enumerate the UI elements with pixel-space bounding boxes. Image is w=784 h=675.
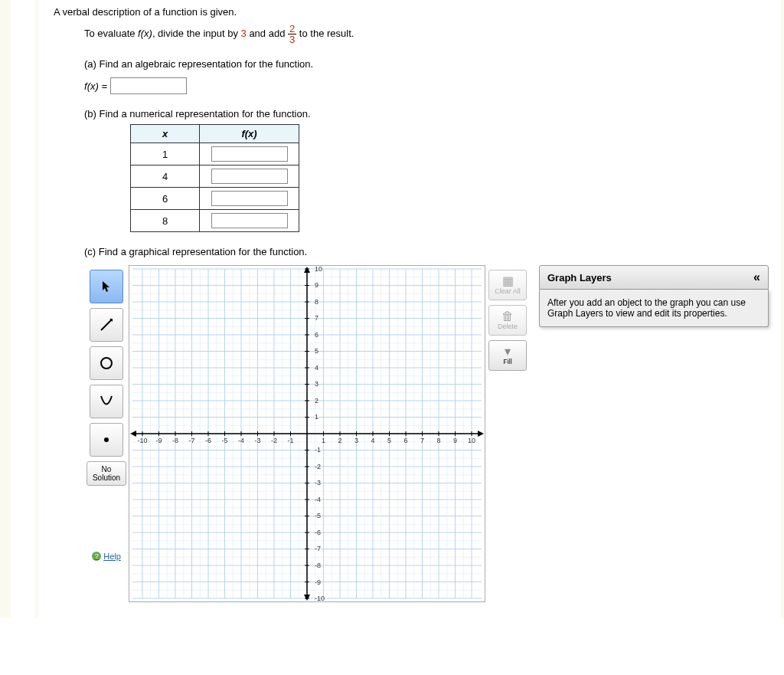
svg-text:-2: -2: [271, 437, 277, 444]
desc-prefix: To evaluate: [84, 28, 138, 39]
svg-text:-7: -7: [189, 437, 195, 444]
svg-text:-5: -5: [315, 512, 321, 519]
svg-text:5: 5: [387, 437, 391, 444]
desc-divisor: 3: [241, 28, 247, 39]
line-tool[interactable]: [90, 308, 123, 342]
graph-area: No Solution Help: [84, 265, 769, 602]
part-c-prompt: (c) Find a graphical representation for …: [84, 246, 769, 257]
trash-icon: 🗑: [501, 310, 514, 323]
svg-text:8: 8: [437, 437, 441, 444]
fx-input[interactable]: [110, 77, 187, 94]
svg-text:-5: -5: [222, 437, 228, 444]
svg-point-2: [104, 437, 109, 442]
parabola-tool[interactable]: [90, 385, 123, 418]
svg-text:6: 6: [404, 437, 408, 444]
delete-label: Delete: [498, 323, 518, 330]
svg-text:-8: -8: [172, 437, 178, 444]
svg-text:-9: -9: [315, 578, 321, 586]
collapse-icon[interactable]: «: [753, 270, 760, 284]
line-icon: [99, 317, 114, 333]
x-cell: 4: [131, 165, 200, 188]
svg-text:10: 10: [315, 266, 322, 273]
svg-text:-10: -10: [138, 437, 148, 444]
svg-text:-1: -1: [315, 446, 321, 454]
svg-line-0: [101, 319, 112, 330]
circle-icon: [99, 356, 114, 371]
part-a-prompt: (a) Find an algebraic representation for…: [84, 58, 769, 70]
svg-text:-1: -1: [288, 437, 294, 444]
x-cell: 8: [131, 210, 200, 232]
fx-cell-input[interactable]: [211, 213, 288, 228]
part-a: (a) Find an algebraic representation for…: [84, 58, 769, 94]
svg-text:1: 1: [315, 413, 318, 421]
bucket-icon: ▾: [505, 346, 511, 358]
svg-text:5: 5: [315, 347, 318, 355]
svg-text:-9: -9: [156, 437, 162, 444]
svg-text:9: 9: [453, 437, 457, 444]
fx-cell-input[interactable]: [211, 146, 288, 162]
layers-header: Graph Layers «: [539, 265, 769, 290]
svg-text:3: 3: [315, 380, 318, 388]
tool-column-right: ▦Clear All 🗑Delete ▾Fill: [485, 265, 530, 371]
fill-button[interactable]: ▾Fill: [488, 340, 527, 371]
desc-suffix: to the result.: [296, 28, 354, 39]
fx-cell-input[interactable]: [211, 169, 288, 184]
pointer-tool[interactable]: [90, 270, 123, 303]
svg-text:4: 4: [371, 437, 375, 444]
svg-text:-3: -3: [315, 479, 321, 487]
delete-button[interactable]: 🗑Delete: [488, 305, 527, 336]
layers-icon: ▦: [502, 275, 514, 287]
point-icon: [101, 434, 112, 445]
clear-label: Clear All: [495, 287, 521, 295]
table-header-fx: f(x): [200, 125, 299, 143]
svg-text:-4: -4: [238, 437, 244, 444]
svg-text:-2: -2: [315, 463, 321, 470]
table-row: 4: [131, 165, 299, 188]
svg-text:7: 7: [420, 437, 424, 444]
svg-text:4: 4: [315, 364, 318, 372]
svg-text:7: 7: [315, 314, 318, 322]
svg-text:-6: -6: [315, 529, 321, 536]
svg-text:1: 1: [322, 437, 325, 444]
point-tool[interactable]: [90, 423, 123, 457]
desc-mid2: and add: [247, 28, 288, 39]
grid-svg: 1-11-12-22-23-33-34-44-45-55-56-66-67-77…: [129, 266, 485, 601]
help-label: Help: [103, 552, 121, 561]
svg-text:2: 2: [338, 437, 342, 444]
svg-point-1: [101, 358, 112, 369]
part-c: (c) Find a graphical representation for …: [84, 246, 769, 602]
svg-text:6: 6: [315, 331, 318, 339]
desc-fx: f(x): [138, 28, 152, 39]
svg-text:9: 9: [315, 281, 318, 289]
graph-layers-panel: Graph Layers « After you add an object t…: [539, 265, 769, 327]
numerical-table: x f(x) 1 4 6 8: [130, 124, 299, 232]
tool-column-left: No Solution Help: [84, 265, 129, 561]
svg-text:-7: -7: [315, 545, 321, 552]
graph-canvas[interactable]: 1-11-12-22-23-33-34-44-45-55-56-66-67-77…: [129, 265, 485, 602]
svg-text:-10: -10: [315, 595, 325, 601]
layers-body: After you add an object to the graph you…: [539, 290, 769, 327]
fx-cell-input[interactable]: [211, 191, 288, 206]
svg-text:-3: -3: [255, 437, 261, 444]
layers-title: Graph Layers: [547, 272, 612, 283]
svg-text:3: 3: [354, 437, 358, 444]
svg-text:8: 8: [315, 298, 318, 306]
part-b: (b) Find a numerical representation for …: [84, 108, 769, 232]
desc-mid1: , divide the input by: [152, 28, 241, 39]
table-header-x: x: [131, 125, 200, 143]
fx-equation-row: f(x) =: [84, 77, 769, 94]
help-link[interactable]: Help: [92, 490, 121, 561]
table-row: 8: [131, 210, 299, 232]
clear-all-button[interactable]: ▦Clear All: [488, 270, 527, 300]
fx-label-rest: (x) =: [87, 80, 107, 92]
function-description: To evaluate f(x), divide the input by 3 …: [84, 24, 769, 44]
svg-text:2: 2: [315, 397, 318, 405]
fill-label: Fill: [503, 358, 512, 365]
pointer-icon: [100, 280, 113, 293]
circle-tool[interactable]: [90, 346, 123, 380]
frac-numerator: 2: [288, 24, 296, 34]
no-solution-button[interactable]: No Solution: [87, 461, 126, 486]
table-row: 1: [131, 143, 299, 165]
x-cell: 1: [131, 143, 200, 165]
x-cell: 6: [131, 188, 200, 210]
